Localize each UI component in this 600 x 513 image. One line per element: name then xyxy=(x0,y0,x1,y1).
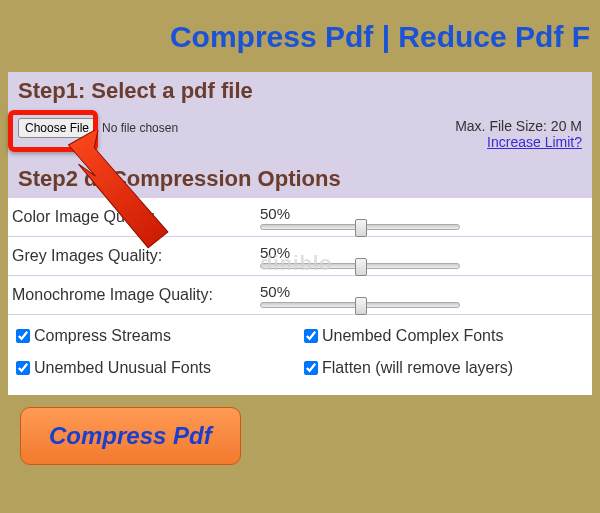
checkbox-input[interactable] xyxy=(16,361,30,375)
step2-body: Color Image Qua ty: 50% Grey Images Qual… xyxy=(8,198,592,395)
checkbox-input[interactable] xyxy=(16,329,30,343)
slider-value: 50% xyxy=(260,283,582,300)
slider-row: Grey Images Quality: 50% xyxy=(8,237,592,276)
slider-value: 50% xyxy=(260,244,582,261)
step1-body: Choose File No file chosen Max. File Siz… xyxy=(8,110,592,160)
checkbox-label: Compress Streams xyxy=(34,327,171,345)
slider-label: Color Image Qua ty: xyxy=(12,202,260,232)
compress-streams-checkbox[interactable]: Compress Streams xyxy=(16,327,296,345)
checkbox-input[interactable] xyxy=(304,329,318,343)
max-file-size-label: Max. File Size: 20 M xyxy=(455,118,582,134)
checkbox-label: Unembed Unusual Fonts xyxy=(34,359,211,377)
unembed-unusual-fonts-checkbox[interactable]: Unembed Unusual Fonts xyxy=(16,359,296,377)
color-quality-slider[interactable] xyxy=(260,224,460,230)
choose-file-button[interactable]: Choose File xyxy=(18,118,96,138)
checkbox-input[interactable] xyxy=(304,361,318,375)
checkbox-label: Unembed Complex Fonts xyxy=(322,327,503,345)
mono-quality-slider[interactable] xyxy=(260,302,460,308)
no-file-label: No file chosen xyxy=(102,121,178,135)
flatten-checkbox[interactable]: Flatten (will remove layers) xyxy=(304,359,584,377)
page-title: Compress Pdf | Reduce Pdf F xyxy=(0,0,600,72)
checkbox-label: Flatten (will remove layers) xyxy=(322,359,513,377)
grey-quality-slider[interactable] xyxy=(260,263,460,269)
compress-pdf-button[interactable]: Compress Pdf xyxy=(20,407,241,465)
slider-label: Grey Images Quality: xyxy=(12,241,260,271)
step1-header: Step1: Select a pdf file xyxy=(8,72,592,110)
slider-row: Color Image Qua ty: 50% xyxy=(8,198,592,237)
unembed-complex-fonts-checkbox[interactable]: Unembed Complex Fonts xyxy=(304,327,584,345)
increase-limit-link[interactable]: Increase Limit? xyxy=(487,134,582,150)
slider-row: Monochrome Image Quality: 50% xyxy=(8,276,592,315)
slider-value: 50% xyxy=(260,205,582,222)
slider-label: Monochrome Image Quality: xyxy=(12,280,260,310)
step2-header: Step2 df Compression Options xyxy=(8,160,592,198)
